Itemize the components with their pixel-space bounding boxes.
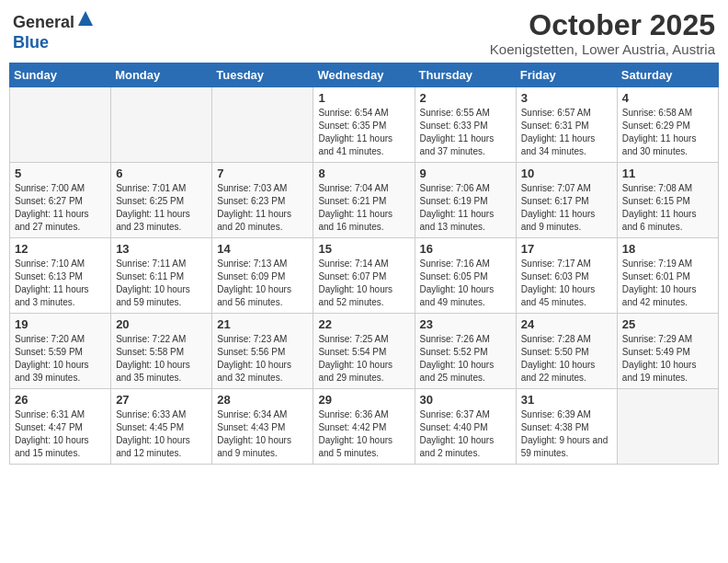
- location: Koenigstetten, Lower Austria, Austria: [490, 41, 715, 57]
- calendar-day-cell: 18Sunrise: 7:19 AMSunset: 6:01 PMDayligh…: [617, 238, 718, 314]
- day-number: 13: [116, 242, 207, 256]
- day-info: Sunrise: 7:03 AMSunset: 6:23 PMDaylight:…: [217, 182, 308, 234]
- day-number: 2: [420, 91, 511, 105]
- calendar-week-row: 1Sunrise: 6:54 AMSunset: 6:35 PMDaylight…: [10, 87, 719, 163]
- calendar-week-row: 26Sunrise: 6:31 AMSunset: 4:47 PMDayligh…: [10, 389, 719, 465]
- calendar-day-cell: 20Sunrise: 7:22 AMSunset: 5:58 PMDayligh…: [111, 314, 212, 389]
- day-number: 7: [217, 167, 308, 180]
- day-info: Sunrise: 6:54 AMSunset: 6:35 PMDaylight:…: [318, 107, 409, 158]
- calendar-day-cell: 6Sunrise: 7:01 AMSunset: 6:25 PMDaylight…: [111, 163, 212, 238]
- day-info: Sunrise: 7:07 AMSunset: 6:17 PMDaylight:…: [521, 182, 612, 234]
- logo-blue-text: Blue: [13, 33, 49, 52]
- calendar-day-cell: 30Sunrise: 6:37 AMSunset: 4:40 PMDayligh…: [415, 389, 516, 465]
- calendar-day-cell: 14Sunrise: 7:13 AMSunset: 6:09 PMDayligh…: [212, 238, 313, 314]
- day-of-week-header: Friday: [516, 63, 617, 87]
- day-number: 3: [521, 91, 612, 105]
- day-info: Sunrise: 7:10 AMSunset: 6:13 PMDaylight:…: [15, 258, 106, 309]
- day-number: 14: [217, 242, 308, 256]
- calendar-day-cell: [212, 87, 313, 163]
- calendar-day-cell: 11Sunrise: 7:08 AMSunset: 6:15 PMDayligh…: [617, 163, 718, 238]
- day-number: 15: [318, 242, 409, 256]
- calendar-day-cell: 17Sunrise: 7:17 AMSunset: 6:03 PMDayligh…: [516, 238, 617, 314]
- svg-marker-0: [78, 11, 93, 26]
- calendar-day-cell: 27Sunrise: 6:33 AMSunset: 4:45 PMDayligh…: [111, 389, 212, 465]
- day-number: 12: [15, 242, 106, 256]
- calendar-day-cell: 19Sunrise: 7:20 AMSunset: 5:59 PMDayligh…: [10, 314, 111, 389]
- day-number: 18: [622, 242, 713, 256]
- day-number: 25: [622, 317, 713, 331]
- calendar-day-cell: 26Sunrise: 6:31 AMSunset: 4:47 PMDayligh…: [10, 389, 111, 465]
- calendar-day-cell: 22Sunrise: 7:25 AMSunset: 5:54 PMDayligh…: [313, 314, 415, 389]
- day-info: Sunrise: 7:08 AMSunset: 6:15 PMDaylight:…: [622, 182, 713, 234]
- calendar-day-cell: 7Sunrise: 7:03 AMSunset: 6:23 PMDaylight…: [212, 163, 313, 238]
- day-of-week-header: Sunday: [10, 63, 111, 87]
- day-info: Sunrise: 6:33 AMSunset: 4:45 PMDaylight:…: [116, 408, 207, 460]
- calendar-day-cell: [111, 87, 212, 163]
- day-number: 30: [420, 393, 511, 407]
- calendar-header-row: SundayMondayTuesdayWednesdayThursdayFrid…: [10, 63, 719, 87]
- day-number: 9: [420, 167, 511, 180]
- day-number: 20: [116, 317, 207, 331]
- calendar-day-cell: 15Sunrise: 7:14 AMSunset: 6:07 PMDayligh…: [313, 238, 415, 314]
- day-of-week-header: Wednesday: [313, 63, 415, 87]
- calendar-day-cell: 4Sunrise: 6:58 AMSunset: 6:29 PMDaylight…: [617, 87, 718, 163]
- day-info: Sunrise: 6:55 AMSunset: 6:33 PMDaylight:…: [420, 107, 511, 158]
- day-number: 6: [116, 167, 207, 180]
- day-number: 19: [15, 317, 106, 331]
- calendar-day-cell: 1Sunrise: 6:54 AMSunset: 6:35 PMDaylight…: [313, 87, 415, 163]
- day-info: Sunrise: 7:04 AMSunset: 6:21 PMDaylight:…: [318, 182, 409, 234]
- calendar-week-row: 19Sunrise: 7:20 AMSunset: 5:59 PMDayligh…: [10, 314, 719, 389]
- day-number: 29: [318, 393, 409, 407]
- day-number: 11: [622, 167, 713, 180]
- day-info: Sunrise: 7:00 AMSunset: 6:27 PMDaylight:…: [15, 182, 106, 234]
- logo-general-text: General: [13, 13, 74, 31]
- day-info: Sunrise: 7:22 AMSunset: 5:58 PMDaylight:…: [116, 333, 207, 385]
- day-number: 1: [318, 91, 409, 105]
- day-info: Sunrise: 6:31 AMSunset: 4:47 PMDaylight:…: [15, 408, 106, 460]
- calendar-day-cell: 31Sunrise: 6:39 AMSunset: 4:38 PMDayligh…: [516, 389, 617, 465]
- day-of-week-header: Saturday: [617, 63, 718, 87]
- day-number: 24: [521, 317, 612, 331]
- calendar-day-cell: 24Sunrise: 7:28 AMSunset: 5:50 PMDayligh…: [516, 314, 617, 389]
- day-number: 5: [15, 167, 106, 180]
- day-of-week-header: Thursday: [415, 63, 516, 87]
- day-number: 23: [420, 317, 511, 331]
- day-info: Sunrise: 7:23 AMSunset: 5:56 PMDaylight:…: [217, 333, 308, 385]
- day-info: Sunrise: 6:37 AMSunset: 4:40 PMDaylight:…: [420, 408, 511, 460]
- day-number: 8: [318, 167, 409, 180]
- calendar-day-cell: [10, 87, 111, 163]
- day-number: 21: [217, 317, 308, 331]
- calendar-day-cell: 28Sunrise: 6:34 AMSunset: 4:43 PMDayligh…: [212, 389, 313, 465]
- day-info: Sunrise: 7:19 AMSunset: 6:01 PMDaylight:…: [622, 258, 713, 309]
- day-info: Sunrise: 6:36 AMSunset: 4:42 PMDaylight:…: [318, 408, 409, 460]
- day-info: Sunrise: 7:25 AMSunset: 5:54 PMDaylight:…: [318, 333, 409, 385]
- calendar-day-cell: 9Sunrise: 7:06 AMSunset: 6:19 PMDaylight…: [415, 163, 516, 238]
- day-number: 10: [521, 167, 612, 180]
- day-info: Sunrise: 7:11 AMSunset: 6:11 PMDaylight:…: [116, 258, 207, 309]
- calendar-day-cell: 21Sunrise: 7:23 AMSunset: 5:56 PMDayligh…: [212, 314, 313, 389]
- day-number: 16: [420, 242, 511, 256]
- calendar-day-cell: 3Sunrise: 6:57 AMSunset: 6:31 PMDaylight…: [516, 87, 617, 163]
- calendar-table: SundayMondayTuesdayWednesdayThursdayFrid…: [9, 63, 719, 465]
- calendar-day-cell: 16Sunrise: 7:16 AMSunset: 6:05 PMDayligh…: [415, 238, 516, 314]
- day-info: Sunrise: 6:58 AMSunset: 6:29 PMDaylight:…: [622, 107, 713, 158]
- day-info: Sunrise: 7:01 AMSunset: 6:25 PMDaylight:…: [116, 182, 207, 234]
- calendar-day-cell: 10Sunrise: 7:07 AMSunset: 6:17 PMDayligh…: [516, 163, 617, 238]
- calendar-day-cell: 2Sunrise: 6:55 AMSunset: 6:33 PMDaylight…: [415, 87, 516, 163]
- calendar-day-cell: 12Sunrise: 7:10 AMSunset: 6:13 PMDayligh…: [10, 238, 111, 314]
- day-number: 27: [116, 393, 207, 407]
- page-header: General Blue October 2025 Koenigstetten,…: [9, 9, 719, 57]
- day-number: 22: [318, 317, 409, 331]
- calendar-day-cell: 5Sunrise: 7:00 AMSunset: 6:27 PMDaylight…: [10, 163, 111, 238]
- day-info: Sunrise: 7:20 AMSunset: 5:59 PMDaylight:…: [15, 333, 106, 385]
- day-of-week-header: Tuesday: [212, 63, 313, 87]
- calendar-day-cell: [617, 389, 718, 465]
- logo-icon: [76, 9, 95, 28]
- day-info: Sunrise: 7:17 AMSunset: 6:03 PMDaylight:…: [521, 258, 612, 309]
- day-info: Sunrise: 7:26 AMSunset: 5:52 PMDaylight:…: [420, 333, 511, 385]
- month-title: October 2025: [490, 9, 715, 41]
- calendar-week-row: 12Sunrise: 7:10 AMSunset: 6:13 PMDayligh…: [10, 238, 719, 314]
- day-of-week-header: Monday: [111, 63, 212, 87]
- calendar-day-cell: 25Sunrise: 7:29 AMSunset: 5:49 PMDayligh…: [617, 314, 718, 389]
- day-info: Sunrise: 7:28 AMSunset: 5:50 PMDaylight:…: [521, 333, 612, 385]
